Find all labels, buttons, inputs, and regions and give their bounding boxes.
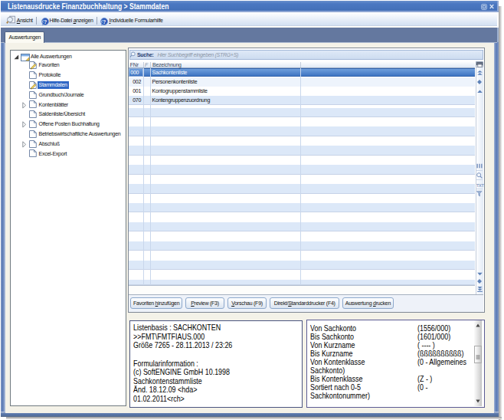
svg-text:?: ? bbox=[44, 19, 47, 25]
svg-text:TXT: TXT bbox=[476, 183, 484, 188]
svg-text:?: ? bbox=[103, 19, 106, 25]
